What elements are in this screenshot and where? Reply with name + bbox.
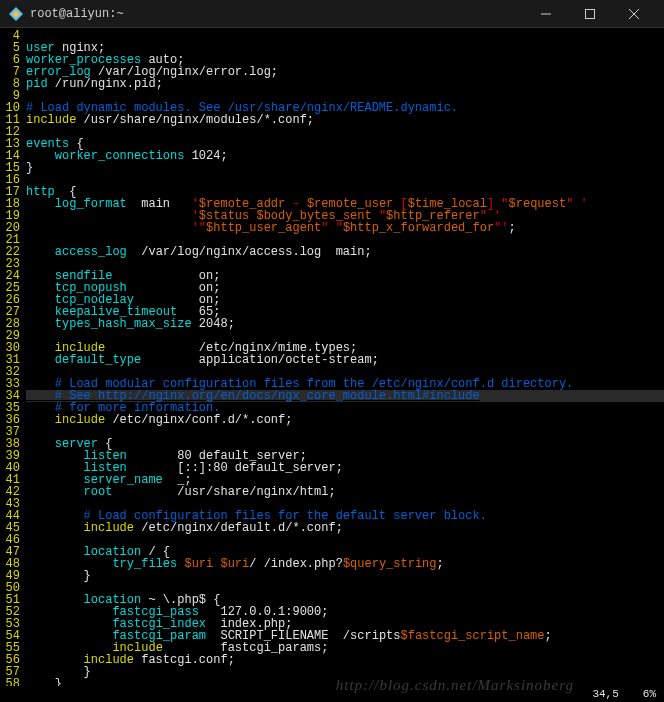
editor-viewport[interactable]: 45user nginx;6worker_processes auto;7err… bbox=[0, 28, 664, 686]
code-line: 42 root /usr/share/nginx/html; bbox=[0, 486, 664, 498]
code-line: 45 include /etc/nginx/default.d/*.conf; bbox=[0, 522, 664, 534]
line-content: } bbox=[26, 570, 664, 582]
line-content bbox=[26, 126, 664, 138]
line-content: root /usr/share/nginx/html; bbox=[26, 486, 664, 498]
svg-rect-3 bbox=[586, 9, 595, 18]
close-button[interactable] bbox=[612, 0, 656, 28]
status-bar: 34,5 6% bbox=[592, 688, 656, 700]
line-content: include fastcgi.conf; bbox=[26, 654, 664, 666]
code-line: 36 include /etc/nginx/conf.d/*.conf; bbox=[0, 414, 664, 426]
line-content: worker_connections 1024; bbox=[26, 150, 664, 162]
code-line: 48 try_files $uri $uri/ /index.php?$quer… bbox=[0, 558, 664, 570]
code-line: 20 '"$http_user_agent" "$http_x_forwarde… bbox=[0, 222, 664, 234]
line-content bbox=[26, 30, 664, 42]
code-line: 16 bbox=[0, 174, 664, 186]
window-titlebar: root@aliyun:~ bbox=[0, 0, 664, 28]
line-content: include /usr/share/nginx/modules/*.conf; bbox=[26, 114, 664, 126]
line-content: include /etc/nginx/conf.d/*.conf; bbox=[26, 414, 664, 426]
code-line: 31 default_type application/octet-stream… bbox=[0, 354, 664, 366]
line-content: '"$http_user_agent" "$http_x_forwarded_f… bbox=[26, 222, 664, 234]
code-line: 15} bbox=[0, 162, 664, 174]
minimize-button[interactable] bbox=[524, 0, 568, 28]
line-content: try_files $uri $uri/ /index.php?$query_s… bbox=[26, 558, 664, 570]
line-content: } bbox=[26, 162, 664, 174]
line-content: include /etc/nginx/default.d/*.conf; bbox=[26, 522, 664, 534]
line-content: types_hash_max_size 2048; bbox=[26, 318, 664, 330]
cursor-position: 34,5 bbox=[592, 688, 618, 700]
maximize-button[interactable] bbox=[568, 0, 612, 28]
code-line: 49 } bbox=[0, 570, 664, 582]
line-content: default_type application/octet-stream; bbox=[26, 354, 664, 366]
code-line: 22 access_log /var/log/nginx/access.log … bbox=[0, 246, 664, 258]
watermark: http://blog.csdn.net/Marksinoberg bbox=[336, 677, 574, 694]
code-line: 8pid /run/nginx.pid; bbox=[0, 78, 664, 90]
line-content bbox=[26, 174, 664, 186]
window-title: root@aliyun:~ bbox=[30, 7, 524, 21]
line-number: 58 bbox=[0, 678, 26, 686]
line-content: pid /run/nginx.pid; bbox=[26, 78, 664, 90]
scroll-percent: 6% bbox=[643, 688, 656, 700]
app-icon bbox=[8, 6, 24, 22]
code-line: 12 bbox=[0, 126, 664, 138]
code-line: 14 worker_connections 1024; bbox=[0, 150, 664, 162]
code-line: 11include /usr/share/nginx/modules/*.con… bbox=[0, 114, 664, 126]
code-line: 56 include fastcgi.conf; bbox=[0, 654, 664, 666]
line-content bbox=[26, 426, 664, 438]
line-content: access_log /var/log/nginx/access.log mai… bbox=[26, 246, 664, 258]
code-line: 28 types_hash_max_size 2048; bbox=[0, 318, 664, 330]
